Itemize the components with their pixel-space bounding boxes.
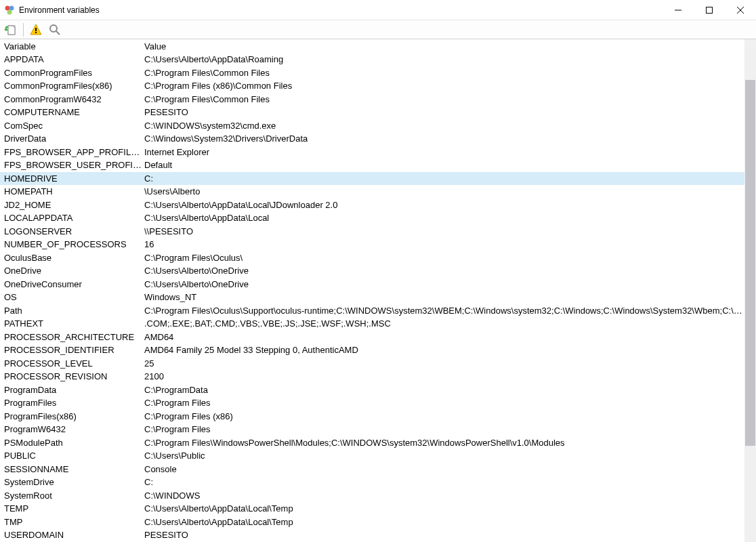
cell-value: C:\WINDOWS <box>144 491 744 501</box>
cell-value: C:\Program Files\WindowsPowerShell\Modul… <box>144 438 744 448</box>
cell-variable: PROCESSOR_ARCHITECTURE <box>0 332 144 342</box>
table-row[interactable]: TMPC:\Users\Alberto\AppData\Local\Temp <box>0 516 744 529</box>
cell-value: C:\Users\Alberto\AppData\Roaming <box>144 54 744 64</box>
cell-variable: PUBLIC <box>0 451 144 461</box>
table-row[interactable]: HOMEDRIVEC: <box>0 172 744 186</box>
cell-value: .COM;.EXE;.BAT;.CMD;.VBS;.VBE;.JS;.JSE;.… <box>144 318 744 329</box>
cell-value: 25 <box>144 358 744 369</box>
table-row[interactable]: HOMEPATH\Users\Alberto <box>0 185 744 199</box>
table-row[interactable]: DriverDataC:\Windows\System32\Drivers\Dr… <box>0 132 744 146</box>
cell-variable: ProgramFiles <box>0 398 144 408</box>
table-row[interactable]: ComSpecC:\WINDOWS\system32\cmd.exe <box>0 119 744 133</box>
table-row[interactable]: CommonProgramFilesC:\Program Files\Commo… <box>0 66 744 80</box>
table-row[interactable]: PROCESSOR_LEVEL25 <box>0 357 744 371</box>
table-row[interactable]: NUMBER_OF_PROCESSORS16 <box>0 238 744 251</box>
cell-variable: FPS_BROWSER_APP_PROFILE_STRING <box>0 147 144 157</box>
table-row[interactable]: OneDriveC:\Users\Alberto\OneDrive <box>0 264 744 278</box>
cell-variable: OS <box>0 292 144 302</box>
cell-variable: ComSpec <box>0 121 144 131</box>
cell-variable: SystemRoot <box>0 491 144 501</box>
table-row[interactable]: PROCESSOR_ARCHITECTUREAMD64 <box>0 331 744 344</box>
table-row[interactable]: TEMPC:\Users\Alberto\AppData\Local\Temp <box>0 502 744 516</box>
cell-variable: COMPUTERNAME <box>0 107 144 117</box>
table-row[interactable]: ProgramFilesC:\Program Files <box>0 396 744 410</box>
content-area: Variable Value APPDATAC:\Users\Alberto\A… <box>0 39 756 542</box>
table-row[interactable]: PathC:\Program Files\Oculus\Support\ocul… <box>0 304 744 318</box>
svg-point-1 <box>9 5 14 10</box>
table-row[interactable]: JD2_HOMEC:\Users\Alberto\AppData\Local\J… <box>0 199 744 212</box>
table-row[interactable]: FPS_BROWSER_USER_PROFILE_STRINGDefault <box>0 159 744 172</box>
table-header[interactable]: Variable Value <box>0 39 744 53</box>
svg-point-7 <box>50 25 57 32</box>
maximize-button[interactable] <box>694 0 725 20</box>
table-row[interactable]: COMPUTERNAMEPESESITO <box>0 106 744 119</box>
cell-value: \Users\Alberto <box>144 186 744 196</box>
table-row[interactable]: PSModulePathC:\Program Files\WindowsPowe… <box>0 436 744 450</box>
cell-value: C:\Program Files\Common Files <box>144 94 744 104</box>
table-row[interactable]: LOGONSERVER\\PESESITO <box>0 225 744 238</box>
titlebar[interactable]: Environment variables <box>0 0 756 20</box>
header-value[interactable]: Value <box>144 41 744 51</box>
cell-value: C:\Program Files <box>144 398 744 408</box>
cell-variable: CommonProgramW6432 <box>0 94 144 104</box>
table-row[interactable]: APPDATAC:\Users\Alberto\AppData\Roaming <box>0 53 744 66</box>
cell-value: Internet Explorer <box>144 147 744 157</box>
cell-value: C:\Users\Alberto\OneDrive <box>144 266 744 276</box>
table-row[interactable]: CommonProgramW6432C:\Program Files\Commo… <box>0 93 744 106</box>
cell-value: C:\Users\Alberto\AppData\Local\Temp <box>144 503 744 514</box>
table-row[interactable]: PROCESSOR_REVISION2100 <box>0 370 744 383</box>
table-row[interactable]: ProgramDataC:\ProgramData <box>0 383 744 397</box>
cell-value: C:\Program Files <box>144 424 744 434</box>
table-row[interactable]: ProgramFiles(x86)C:\Program Files (x86) <box>0 410 744 423</box>
warning-button[interactable] <box>28 22 44 38</box>
cell-variable: ProgramData <box>0 385 144 395</box>
cell-variable: OculusBase <box>0 253 144 263</box>
cell-variable: CommonProgramFiles(x86) <box>0 81 144 91</box>
window-title: Environment variables <box>19 5 663 15</box>
cell-value: C:\Users\Alberto\AppData\Local\Temp <box>144 517 744 527</box>
table-row[interactable]: CommonProgramFiles(x86)C:\Program Files … <box>0 79 744 93</box>
table-row[interactable]: ProgramW6432C:\Program Files <box>0 423 744 436</box>
cell-value: C:\Program Files\Oculus\Support\oculus-r… <box>144 306 744 316</box>
cell-variable: SystemDrive <box>0 477 144 487</box>
table-row[interactable]: USERDOMAINPESESITO <box>0 528 744 542</box>
table-row[interactable]: PROCESSOR_IDENTIFIERAMD64 Family 25 Mode… <box>0 343 744 357</box>
import-button[interactable] <box>3 22 19 38</box>
table-row[interactable]: SESSIONNAMEConsole <box>0 463 744 476</box>
scrollbar-thumb[interactable] <box>745 80 755 446</box>
cell-value: C:\Users\Alberto\AppData\Local\JDownload… <box>144 200 744 210</box>
cell-variable: TMP <box>0 517 144 527</box>
cell-value: AMD64 Family 25 Model 33 Stepping 0, Aut… <box>144 345 744 355</box>
cell-value: C:\Program Files\Oculus\ <box>144 253 744 263</box>
cell-variable: LOCALAPPDATA <box>0 213 144 223</box>
table-row[interactable]: OSWindows_NT <box>0 291 744 304</box>
svg-rect-3 <box>707 7 713 13</box>
search-button[interactable] <box>47 22 63 38</box>
scrollbar[interactable] <box>744 39 756 542</box>
cell-value: C:\Users\Public <box>144 451 744 461</box>
table-row[interactable]: SystemRootC:\WINDOWS <box>0 489 744 503</box>
cell-variable: OneDrive <box>0 266 144 276</box>
cell-value: Default <box>144 160 744 170</box>
window-controls <box>663 0 756 20</box>
table-row[interactable]: PUBLICC:\Users\Public <box>0 449 744 463</box>
table-row[interactable]: FPS_BROWSER_APP_PROFILE_STRINGInternet E… <box>0 146 744 159</box>
table-row[interactable]: PATHEXT.COM;.EXE;.BAT;.CMD;.VBS;.VBE;.JS… <box>0 317 744 331</box>
cell-value: PESESITO <box>144 530 744 540</box>
cell-value: C:\Program Files\Common Files <box>144 68 744 78</box>
svg-rect-6 <box>35 32 37 33</box>
header-variable[interactable]: Variable <box>0 41 144 51</box>
table-row[interactable]: OculusBaseC:\Program Files\Oculus\ <box>0 251 744 265</box>
cell-variable: PROCESSOR_LEVEL <box>0 358 144 369</box>
cell-variable: FPS_BROWSER_USER_PROFILE_STRING <box>0 160 144 170</box>
env-var-table[interactable]: Variable Value APPDATAC:\Users\Alberto\A… <box>0 39 744 542</box>
cell-value: Console <box>144 464 744 474</box>
minimize-button[interactable] <box>663 0 694 20</box>
cell-variable: ProgramFiles(x86) <box>0 411 144 421</box>
cell-variable: PROCESSOR_REVISION <box>0 371 144 381</box>
close-button[interactable] <box>725 0 756 20</box>
table-row[interactable]: OneDriveConsumerC:\Users\Alberto\OneDriv… <box>0 278 744 291</box>
svg-point-2 <box>7 9 12 14</box>
table-row[interactable]: LOCALAPPDATAC:\Users\Alberto\AppData\Loc… <box>0 211 744 225</box>
table-row[interactable]: SystemDriveC: <box>0 476 744 489</box>
